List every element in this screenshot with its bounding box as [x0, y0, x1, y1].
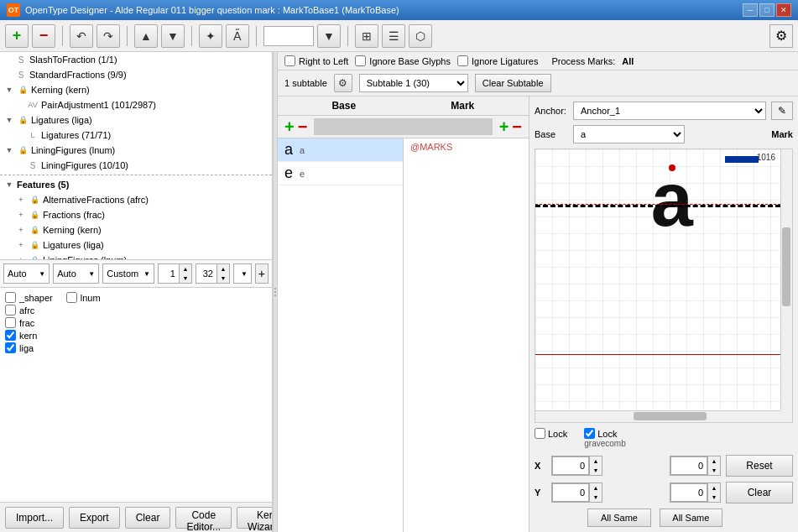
y-base-input[interactable]: 0	[552, 483, 589, 502]
expand-icon[interactable]: +	[15, 194, 27, 206]
expand-icon[interactable]: ▼	[3, 84, 15, 96]
base-row-e[interactable]: e e	[278, 162, 403, 185]
tree-item[interactable]: S SlashToFraction (1/1)	[12, 52, 272, 67]
expand-icon[interactable]: +	[15, 254, 27, 260]
text-button[interactable]: A̋	[226, 24, 249, 48]
base-row-a[interactable]: a a	[278, 138, 403, 162]
ignore-base-glyphs-checkbox[interactable]	[355, 55, 366, 66]
expand-icon[interactable]: ▼	[3, 144, 15, 156]
expand-icon[interactable]: ▼	[3, 114, 15, 126]
v-scrollbar-thumb[interactable]	[782, 227, 790, 305]
zoom-input[interactable]: 3.00%	[263, 26, 314, 46]
all-same-base-button[interactable]: All Same	[587, 509, 650, 527]
spin-arrows-1[interactable]: ▲ ▼	[179, 264, 191, 283]
anchor-edit-button[interactable]: ✎	[771, 102, 793, 120]
x-base-spinbox[interactable]: 0 ▲ ▼	[551, 456, 602, 476]
y-mark-up[interactable]: ▲	[708, 483, 720, 493]
y-base-spin-arrows[interactable]: ▲ ▼	[589, 483, 602, 502]
base-remove-button[interactable]: −	[298, 118, 308, 135]
anchor-select[interactable]: Anchor_1	[573, 102, 766, 120]
settings-button[interactable]: ⚙	[769, 24, 793, 48]
tree-item-kerning[interactable]: ▼ 🔒 Kerning (kern)	[0, 82, 272, 97]
auto-combo-2[interactable]: Auto ▼	[53, 263, 99, 284]
export-button[interactable]: Export	[69, 507, 120, 529]
remove-feature-button[interactable]: −	[32, 24, 55, 48]
subtable-settings-button[interactable]: ⚙	[334, 74, 352, 92]
x-mark-spin-arrows[interactable]: ▲ ▼	[707, 456, 720, 475]
feature-checkbox-afrc[interactable]	[5, 305, 16, 316]
vertical-scrollbar[interactable]	[780, 149, 792, 410]
y-mark-down[interactable]: ▼	[708, 493, 720, 502]
lock-base-checkbox[interactable]	[535, 428, 545, 439]
select-button[interactable]: ✦	[199, 24, 222, 48]
feature-checkbox-shaper[interactable]	[5, 292, 16, 303]
x-base-spin-arrows[interactable]: ▲ ▼	[589, 456, 602, 475]
expand-icon[interactable]: +	[15, 239, 27, 251]
clear-subtable-button[interactable]: Clear Subtable	[475, 74, 551, 92]
lookup-combo[interactable]: ▼	[233, 263, 252, 284]
y-mark-spinbox[interactable]: 0 ▲ ▼	[670, 482, 721, 503]
import-button[interactable]: Import...	[5, 507, 64, 529]
view3-button[interactable]: ⬡	[409, 24, 432, 48]
tree-item[interactable]: + 🔒 Ligatures (liga)	[12, 237, 272, 253]
expand-icon[interactable]: +	[15, 209, 27, 221]
subtable-select[interactable]: Subtable 1 (30)	[359, 74, 468, 92]
spin-box-1[interactable]: 1 ▲ ▼	[158, 263, 192, 284]
undo-button[interactable]: ↶	[70, 24, 93, 48]
spin-down-1[interactable]: ▼	[180, 274, 191, 283]
code-editor-button[interactable]: Code Editor...	[175, 507, 232, 529]
y-base-up[interactable]: ▲	[590, 483, 602, 493]
titlebar-controls[interactable]: ─ □ ✕	[743, 3, 791, 17]
feature-checkbox-frac[interactable]	[5, 317, 16, 328]
base-add-button[interactable]: +	[284, 118, 295, 135]
add-feature-button[interactable]: +	[5, 24, 29, 48]
clear-button[interactable]: Clear	[125, 507, 171, 529]
y-base-down[interactable]: ▼	[590, 493, 602, 502]
add-lookup-button[interactable]: +	[255, 263, 269, 284]
y-base-spinbox[interactable]: 0 ▲ ▼	[551, 482, 602, 503]
mark-table[interactable]: @MARKS	[404, 138, 529, 532]
x-mark-up[interactable]: ▲	[708, 456, 720, 466]
tree-item-ligatures[interactable]: ▼ 🔒 Ligatures (liga)	[0, 112, 272, 128]
coord-clear-button[interactable]: Clear	[726, 482, 793, 503]
right-to-left-checkbox[interactable]	[284, 55, 295, 66]
mark-add-button[interactable]: +	[499, 118, 509, 135]
feature-checkbox-lnum[interactable]	[66, 292, 77, 303]
zoom-dropdown-button[interactable]: ▼	[317, 24, 341, 48]
y-mark-input[interactable]: 0	[670, 483, 707, 502]
spin-up-1[interactable]: ▲	[180, 264, 191, 274]
feature-checkbox-liga[interactable]	[5, 342, 16, 353]
custom-combo[interactable]: Custom ▼	[102, 263, 154, 284]
tree-item[interactable]: AV PairAdjustment1 (101/2987)	[23, 97, 272, 112]
tree-item[interactable]: S LiningFigures (10/10)	[23, 158, 272, 173]
horizontal-scrollbar[interactable]	[535, 410, 780, 422]
x-mark-spinbox[interactable]: 0 ▲ ▼	[670, 456, 721, 476]
expand-icon[interactable]: +	[15, 224, 27, 236]
expand-icon[interactable]: ▼	[3, 179, 15, 190]
x-mark-down[interactable]: ▼	[708, 466, 720, 475]
kern-wizard-button[interactable]: Kern Wizard...	[237, 507, 273, 529]
tree-item-liningfigures[interactable]: ▼ 🔒 LiningFigures (lnum)	[0, 143, 272, 158]
auto-combo-1[interactable]: Auto ▼	[3, 263, 50, 284]
tree-item[interactable]: L Ligatures (71/71)	[23, 128, 272, 143]
tree-item[interactable]: + 🔒 Fractions (frac)	[12, 207, 272, 222]
spin-up-2[interactable]: ▲	[217, 264, 229, 274]
tree-item[interactable]: + 🔒 Kerning (kern)	[12, 222, 272, 237]
feature-checkbox-kern[interactable]	[5, 330, 16, 341]
maximize-button[interactable]: □	[759, 3, 775, 17]
move-down-button[interactable]: ▼	[161, 24, 185, 48]
list-view-button[interactable]: ☰	[382, 24, 405, 48]
x-base-down[interactable]: ▼	[590, 466, 602, 475]
spin-down-2[interactable]: ▼	[217, 274, 229, 283]
close-button[interactable]: ✕	[776, 3, 791, 17]
tree-item[interactable]: + 🔒 AlternativeFractions (afrc)	[12, 192, 272, 207]
h-scrollbar-thumb[interactable]	[634, 412, 707, 420]
feature-tree[interactable]: S SlashToFraction (1/1) S StandardFracti…	[0, 52, 272, 260]
tree-item[interactable]: + 🔒 LiningFigures (lnum)	[12, 253, 272, 260]
x-base-up[interactable]: ▲	[590, 456, 602, 466]
lock-grave-checkbox[interactable]	[584, 428, 595, 439]
y-mark-spin-arrows[interactable]: ▲ ▼	[707, 483, 720, 502]
ignore-ligatures-checkbox[interactable]	[457, 55, 468, 66]
base-table[interactable]: a a e e	[278, 138, 404, 532]
tree-item[interactable]: S StandardFractions (9/9)	[12, 67, 272, 82]
